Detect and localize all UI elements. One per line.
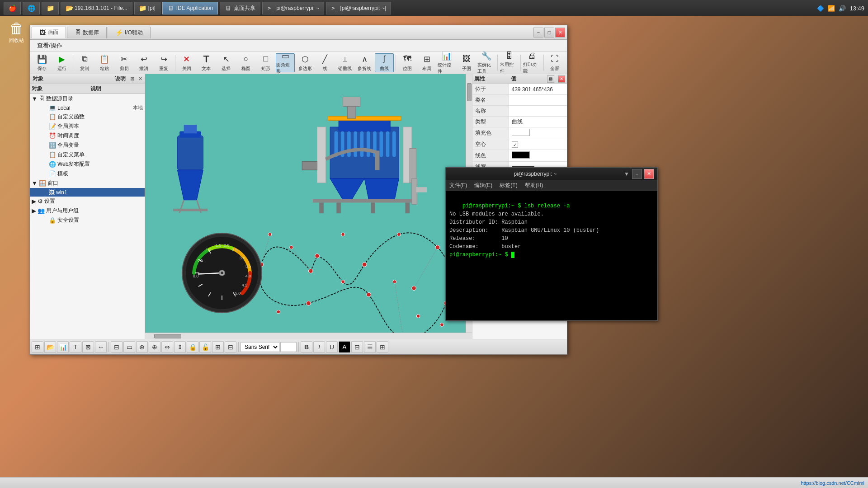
terminal-file-menu[interactable]: 文件(F) <box>448 182 469 189</box>
bt-hline-btn[interactable]: ⊟ <box>111 341 123 353</box>
subgraph-button[interactable]: 🖼 子图 <box>457 53 476 72</box>
save-button[interactable]: 💾 保存 <box>33 53 52 72</box>
polyline-button[interactable]: ∧ 多折线 <box>355 53 374 72</box>
tree-users[interactable]: ▶ 👥 用户与用户组 <box>30 206 145 216</box>
recycle-bin[interactable]: 🗑 回收站 <box>9 20 24 44</box>
bold-btn[interactable]: B <box>301 341 312 353</box>
left-panel-resize[interactable]: ⊠ <box>128 75 136 83</box>
tree-window-root[interactable]: ▼ 🪟 窗口 <box>30 178 145 188</box>
undo-button[interactable]: ↩ 撤消 <box>135 53 154 72</box>
desktop-share-btn[interactable]: 🖥 桌面共享 <box>220 2 260 14</box>
canvas-area[interactable]: 0.0 0.5 1.0 1.5 2.0 2.5 3.0 3.5 4.0 4.5 … <box>145 74 472 339</box>
stats-button[interactable]: 📊 统计控件 <box>437 53 456 72</box>
prop-val-position[interactable]: 439 301 465*436 <box>509 84 567 95</box>
terminal-min[interactable]: − <box>632 169 642 179</box>
tab-canvas[interactable]: 🖼 画面 <box>32 27 66 38</box>
tree-win1[interactable]: 🖼 win1 <box>30 188 145 197</box>
right-panel-resize[interactable]: ⊠ <box>547 75 554 83</box>
bt-align-btn[interactable]: ⊠ <box>82 341 94 353</box>
rounded-rect-button[interactable]: ▭ 圆角矩形 <box>276 53 295 72</box>
v-scroll-thumb[interactable] <box>467 83 472 101</box>
bt-cross-btn[interactable]: ⊕ <box>136 341 148 353</box>
underline-btn[interactable]: U <box>326 341 338 353</box>
bt-grid-btn[interactable]: ⊞ <box>32 341 43 353</box>
bitmap-button[interactable]: 🗺 位图 <box>398 53 417 72</box>
italic-btn[interactable]: I <box>313 341 325 353</box>
font-size-input[interactable] <box>280 342 297 352</box>
fill-color-swatch[interactable] <box>512 129 530 136</box>
prop-val-linecolor[interactable] <box>509 150 567 162</box>
line-color-swatch[interactable] <box>512 151 530 159</box>
bt-unlock-btn[interactable]: 🔓 <box>199 341 211 353</box>
tree-time-schedule[interactable]: ⏰ 时间调度 <box>30 131 145 141</box>
bt-chart-btn[interactable]: 📊 <box>57 341 69 353</box>
text-button[interactable]: T 文本 <box>197 53 216 72</box>
copy-button[interactable]: ⧉ 复制 <box>75 53 94 72</box>
paste-button[interactable]: 📋 粘贴 <box>95 53 114 72</box>
prop-val-classname[interactable] <box>509 95 567 106</box>
pi-folder-btn[interactable]: 📁 [pi] <box>134 2 160 14</box>
bt-lock-btn[interactable]: 🔒 <box>187 341 198 353</box>
cut-button[interactable]: ✂ 剪切 <box>115 53 134 72</box>
hollow-checkbox[interactable] <box>512 141 518 148</box>
run-button[interactable]: ▶ 运行 <box>52 53 71 72</box>
close-btn[interactable]: ✕ <box>555 28 565 38</box>
terminal-body[interactable]: pi@raspberrypi:~ $ lsb_release -a No LSB… <box>446 191 657 320</box>
terminal-close[interactable]: ✕ <box>644 169 654 179</box>
print-button[interactable]: 🖨 打印功能 <box>523 53 542 72</box>
prop-val-fill[interactable] <box>509 127 567 139</box>
minimize-btn[interactable]: − <box>533 28 543 38</box>
tree-custom-menu[interactable]: 📋 自定义菜单 <box>30 150 145 160</box>
menu-view-ops[interactable]: 查看/操作 <box>33 41 66 51</box>
tree-datasource[interactable]: ▼ 🗄 数据源目录 <box>30 94 145 103</box>
align-left-btn[interactable]: ⊟ <box>351 341 363 353</box>
select-button[interactable]: ↖ 选择 <box>217 53 236 72</box>
bt-vline-btn[interactable]: ▭ <box>123 341 135 353</box>
terminal2-btn[interactable]: >_ [pi@raspberrypi: ~] <box>326 2 391 14</box>
right-panel-close[interactable]: ✕ <box>558 75 565 83</box>
bt-ud-btn[interactable]: ⇕ <box>174 341 186 353</box>
terminal-tab-menu[interactable]: 标签(T) <box>498 182 519 189</box>
terminal-edit-menu[interactable]: 编辑(E) <box>472 182 494 189</box>
tree-web-publish[interactable]: 🌐 Web发布配置 <box>30 160 145 169</box>
filezilla-btn[interactable]: 📂 192.168.1.101 - File... <box>61 2 132 14</box>
tab-io[interactable]: ⚡ I/O驱动 <box>108 27 151 38</box>
folder-btn[interactable]: 📁 <box>42 2 59 14</box>
network-btn[interactable]: 🌐 <box>23 2 40 14</box>
tree-global-vars[interactable]: 🔢 全局变量 <box>30 141 145 150</box>
rect-button[interactable]: □ 矩形 <box>256 53 275 72</box>
terminal-help-menu[interactable]: 帮助(H) <box>523 182 545 189</box>
vline-button[interactable]: ⊥ 铅垂线 <box>335 53 354 72</box>
tree-local[interactable]: 💻 Local 本地 <box>30 103 145 112</box>
tree-settings[interactable]: ▶ ⚙ 设置 <box>30 197 145 206</box>
tree-custom-func[interactable]: 📋 自定义函数 <box>30 112 145 122</box>
align-center-btn[interactable]: ☰ <box>364 341 376 353</box>
common-ctrl-button[interactable]: 🎛 常用控件 <box>500 53 519 72</box>
apple-menu-btn[interactable]: 🍎 <box>4 2 21 14</box>
terminal1-btn[interactable]: >_ pi@raspberrypi: ~ <box>262 2 324 14</box>
bt-move-btn[interactable]: ↔ <box>95 341 107 353</box>
tab-database[interactable]: 🗄 数据库 <box>67 27 107 38</box>
align-right-btn[interactable]: ⊞ <box>377 341 388 353</box>
bt-open-btn[interactable]: 📂 <box>44 341 56 353</box>
tree-template[interactable]: 📄 模板 <box>30 169 145 178</box>
instance-button[interactable]: 🔧 实例化工具 <box>477 53 496 72</box>
bt-ungroup-btn[interactable]: ⊟ <box>225 341 236 353</box>
tree-global-script[interactable]: 📝 全局脚本 <box>30 122 145 131</box>
layout-button[interactable]: ⊞ 布局 <box>417 53 436 72</box>
font-family-select[interactable]: Sans Serif <box>241 342 279 352</box>
polygon-button[interactable]: ⬡ 多边形 <box>296 53 315 72</box>
maximize-btn[interactable]: □ <box>544 28 554 38</box>
h-scroll-thumb[interactable] <box>154 334 181 338</box>
tree-security[interactable]: 🔒 安全设置 <box>30 216 145 225</box>
left-panel-close[interactable]: ✕ <box>137 75 144 83</box>
curve-button[interactable]: ∫ 曲线 <box>375 53 394 72</box>
bt-arrows-btn[interactable]: ⇔ <box>161 341 173 353</box>
bt-drag-btn[interactable]: ⊕ <box>149 341 160 353</box>
redo-button[interactable]: ↪ 重复 <box>154 53 173 72</box>
canvas-scrollbar-h[interactable] <box>145 333 472 339</box>
fullscreen-button[interactable]: ⛶ 全屏 <box>545 53 564 72</box>
ellipse-button[interactable]: ○ 椭圆 <box>236 53 255 72</box>
bt-group-btn[interactable]: ⊞ <box>212 341 224 353</box>
bt-text-btn[interactable]: T <box>70 341 81 353</box>
